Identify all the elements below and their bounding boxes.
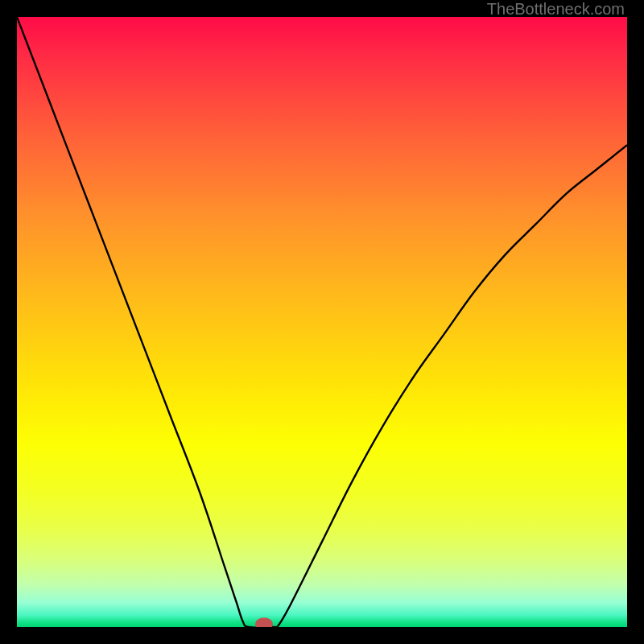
- curve-layer: [17, 17, 627, 627]
- minimum-marker: [255, 617, 273, 627]
- watermark-text: TheBottleneck.com: [487, 0, 625, 19]
- bottleneck-curve: [17, 17, 627, 627]
- plot-area: [17, 17, 627, 627]
- chart-frame: TheBottleneck.com: [0, 0, 644, 644]
